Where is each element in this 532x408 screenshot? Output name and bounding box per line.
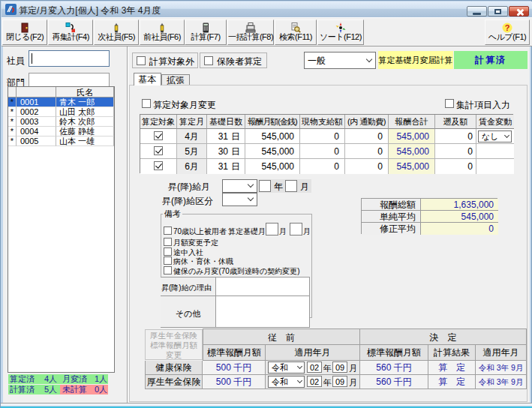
inkind-cell[interactable]: 0	[300, 144, 345, 159]
chevron-down-icon	[297, 378, 302, 383]
other-value-cell[interactable]	[215, 296, 310, 328]
tab-extended[interactable]: 拡張	[161, 74, 190, 86]
result-header: 計算結果	[428, 345, 476, 361]
toolbar-search-button[interactable]: 検索(F11)	[275, 20, 317, 45]
employee-row[interactable]: * 0002 山田 太郎	[8, 107, 114, 117]
raise-month-select[interactable]	[222, 179, 257, 193]
months-table: 算定対象 算定月 基礎日数 報酬月額(金銭) 現物支給額 (内 通勤費) 報酬合…	[140, 114, 513, 173]
applied-header: 適用年月	[266, 345, 360, 361]
close-button[interactable]	[509, 6, 529, 16]
toolbar-close-button[interactable]: 閉じる(F2)	[2, 20, 47, 45]
prev-amount: 500 千円	[203, 375, 266, 389]
calc-type-badge: 算定基礎月変届計算	[378, 51, 453, 69]
summary-input-label: 集計項目入力	[456, 99, 510, 112]
retro-cell[interactable]: 0	[435, 129, 476, 144]
remark-label-3: 病休・育休・休職	[173, 256, 233, 267]
raise-year-input[interactable]	[259, 180, 271, 192]
calc-done-label: 計算済	[10, 385, 35, 394]
commute-cell[interactable]: 0	[345, 129, 389, 144]
inkind-cell[interactable]: 0	[300, 159, 345, 174]
tab-basic[interactable]: 基本	[134, 73, 161, 86]
employee-list-header: 氏名	[8, 87, 114, 98]
month-target-checkbox[interactable]	[154, 146, 163, 155]
prev-year-input[interactable]: 02	[307, 376, 322, 387]
col-header: (内 通勤費)	[345, 115, 389, 129]
salary-cell[interactable]: 545,000	[245, 159, 300, 174]
summary-input-checkbox[interactable]	[445, 99, 454, 108]
era-select[interactable]: 令和	[268, 362, 305, 374]
remark-label-4: 健保のみ月変(70歳到達時の契約変更)	[173, 266, 300, 277]
toolbar-batch-calc-button[interactable]: 一括計算(F8)	[227, 20, 274, 45]
toolbar-sort-button[interactable]: ソート(F12)	[317, 20, 364, 45]
insurer-checkbox[interactable]	[204, 56, 213, 65]
month-target-checkbox[interactable]	[154, 161, 163, 170]
remark-checkbox-4[interactable]	[164, 266, 172, 274]
raise-type-select[interactable]	[222, 193, 257, 206]
retro-cell[interactable]: 0	[435, 144, 476, 159]
exclude-checkbox[interactable]	[137, 56, 146, 65]
monthly-header: 標準報酬月額	[360, 345, 428, 361]
window-bottom-frame	[1, 403, 532, 408]
total-value: 1,635,000	[421, 199, 498, 211]
raise-month-input[interactable]	[285, 180, 297, 192]
toolbar-prev-employee-button[interactable]: 前社員(F6)	[140, 20, 185, 45]
raise-date-strip: 年 月	[257, 179, 311, 193]
santei-done-label: 算定済	[10, 374, 35, 384]
totals-table: 報酬総額 1,635,000 単純平均 545,000 修正平均 0	[361, 198, 497, 234]
applied-cell: 令和 02 年 09 月	[266, 361, 360, 375]
toolbar-reaggregate-button[interactable]: 再集計(F4)	[48, 20, 93, 45]
target-cell	[140, 159, 177, 174]
reason-label-cell: 昇(降)給の理由	[161, 277, 216, 296]
salary-cell[interactable]: 545,000	[245, 144, 300, 159]
pension-monthly-change-button[interactable]: 厚生年金保険 標準報酬月額 変更	[145, 329, 203, 360]
month-target-checkbox[interactable]	[154, 131, 163, 140]
wage-change-select[interactable]: なし	[478, 130, 512, 142]
employee-input[interactable]	[29, 50, 110, 67]
employee-row[interactable]: * 0005 山本 一雄	[8, 136, 114, 146]
employee-label: 社員	[7, 55, 25, 68]
new-amount: 560 千円	[360, 375, 428, 389]
calc-status-button[interactable]: 計算済	[454, 51, 527, 69]
total-value: 0	[421, 223, 498, 235]
toolbar-calculate-button[interactable]: 計算(F7)	[185, 20, 227, 45]
total-value: 545,000	[421, 211, 498, 223]
prev-year-input[interactable]: 02	[307, 362, 322, 373]
chevron-down-icon	[366, 56, 372, 62]
remark-checkbox-3[interactable]	[164, 256, 172, 265]
base-month-input-1[interactable]	[266, 223, 278, 236]
chevron-down-icon	[248, 195, 254, 201]
total-cell: 545,000	[389, 144, 435, 159]
retro-cell[interactable]: 0	[435, 159, 476, 174]
era-select[interactable]: 令和	[268, 376, 305, 388]
window-title: 算定/月変入力[個人] 令和 3年 4月度	[19, 4, 161, 17]
remark-checkbox-2[interactable]	[164, 248, 172, 256]
base-month-input-2[interactable]	[290, 223, 302, 236]
prev-month-input[interactable]: 09	[332, 362, 347, 373]
inkind-cell[interactable]: 0	[300, 129, 345, 144]
toolbar-next-employee-button[interactable]: 次社員(F5)	[94, 20, 139, 45]
category-select[interactable]: 一般	[304, 52, 376, 69]
toolbar-help-button[interactable]: ? ヘルプ(F1)	[485, 20, 530, 45]
col-header: 報酬月額(金銭)	[245, 115, 300, 129]
insurer-checkbox-group: 保険者算定	[200, 52, 267, 68]
remark-checkbox-1[interactable]	[164, 238, 172, 246]
salary-cell[interactable]: 545,000	[245, 129, 300, 144]
commute-cell[interactable]: 0	[345, 144, 389, 159]
total-label: 修正平均	[362, 223, 421, 235]
employee-row[interactable]: * 0001 青木 一郎	[8, 98, 114, 107]
reason-value-cell[interactable]	[215, 277, 310, 296]
days-cell: 31日	[207, 129, 245, 144]
employee-row[interactable]: * 0004 佐藤 静雄	[8, 127, 114, 136]
target-change-checkbox[interactable]	[142, 99, 151, 108]
col-header: 基礎日数	[207, 115, 245, 129]
prev-month-input[interactable]: 09	[332, 376, 347, 387]
employee-row[interactable]: * 0003 鈴木 次郎	[8, 117, 114, 127]
commute-cell[interactable]: 0	[345, 159, 389, 174]
minimize-button[interactable]	[467, 6, 487, 16]
remark-checkbox-0[interactable]	[164, 226, 172, 235]
not-calc-label: 未計算	[62, 385, 87, 394]
raise-type-label: 昇(降)給区分	[162, 195, 213, 208]
maximize-button[interactable]	[488, 6, 508, 16]
status-row-2-left: 計算済 5人	[8, 385, 60, 394]
remarks-fieldset: 備考 70歳以上被用者 月額変更予定 途中入社 病休・育休・休職 健保のみ月変(…	[161, 208, 312, 318]
